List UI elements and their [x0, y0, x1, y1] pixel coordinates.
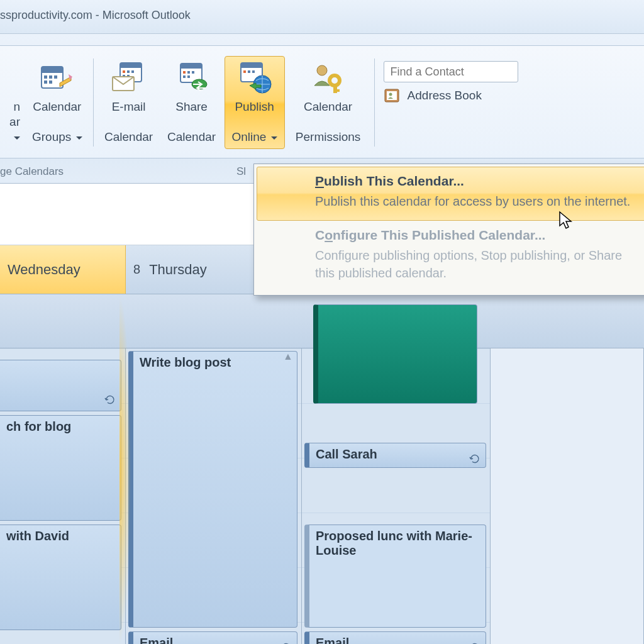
calendar-grid[interactable]: ▲ ch for blog with David Write blog post…	[0, 294, 644, 644]
share-calendar-icon	[174, 60, 209, 96]
email-calendar-button[interactable]: E-mail Calendar	[99, 56, 159, 149]
share-calendar-button[interactable]: Share Calendar	[162, 56, 222, 149]
appointment-email-fri[interactable]: Email	[304, 631, 486, 644]
svg-rect-26	[252, 70, 255, 73]
svg-rect-21	[187, 75, 190, 78]
calendar-permissions-button[interactable]: Calendar Permissions	[287, 56, 369, 149]
menu-desc-text: Configure publishing options, Stop publi…	[315, 247, 641, 282]
calendar-groups-icon	[40, 60, 75, 96]
label-line1: Calendar	[33, 99, 81, 114]
label-line1: Publish	[235, 99, 274, 114]
svg-rect-18	[187, 71, 190, 74]
group-label-share: Sl	[236, 165, 246, 178]
appointment-email[interactable]: Email	[128, 631, 297, 644]
appointment-title: Proposed lunc with Marie-Louise	[316, 529, 472, 557]
svg-rect-6	[49, 80, 52, 84]
address-book-label: Address Book	[408, 89, 482, 103]
scroll-up-indicator-icon: ▲	[283, 351, 293, 362]
appointment-with-david[interactable]: with David	[0, 525, 121, 630]
svg-point-28	[317, 65, 327, 75]
day-number: 8	[133, 262, 140, 277]
label-line2: Calendar	[104, 130, 153, 145]
address-book-button[interactable]: Address Book	[384, 84, 542, 108]
dropdown-arrow-icon	[271, 136, 277, 143]
ribbon: n ar Calendar Groups	[0, 34, 644, 184]
svg-rect-4	[54, 75, 57, 79]
svg-rect-16	[180, 64, 202, 69]
menu-item-publish-this-calendar[interactable]: PPublish This Calendar...ublish This Cal…	[257, 167, 644, 221]
svg-point-29	[330, 75, 340, 86]
label-line1: E-mail	[112, 99, 146, 114]
svg-rect-2	[44, 75, 47, 79]
svg-rect-1	[42, 67, 63, 73]
label-line2: ar	[9, 115, 20, 128]
appointment-write-blog-post[interactable]: Write blog post	[128, 351, 297, 628]
publish-online-button[interactable]: Publish Online	[225, 56, 285, 149]
dropdown-arrow-icon	[14, 136, 20, 143]
appointment-proposed-lunch[interactable]: Proposed lunc with Marie-Louise	[304, 525, 486, 628]
menu-desc-text: Publish this calendar for access by user…	[315, 192, 641, 210]
appointment[interactable]	[0, 360, 121, 411]
svg-point-34	[389, 93, 392, 96]
window-titlebar: ssproductivity.com - Microsoft Outlook	[0, 0, 644, 34]
open-calendar-button-partial[interactable]: n ar	[1, 56, 24, 149]
label-line1: n	[13, 100, 20, 113]
svg-rect-23	[241, 63, 262, 68]
svg-rect-17	[183, 71, 186, 74]
publish-online-menu: PPublish This Calendar...ublish This Cal…	[253, 164, 644, 296]
calendar-groups-button[interactable]: Calendar Groups	[26, 56, 88, 149]
label-line2: Calendar	[167, 130, 216, 145]
appointment-call-sarah[interactable]: Call Sarah	[304, 443, 486, 468]
group-label-manage-calendars: ge Calendars	[0, 165, 64, 178]
label-line2: Groups	[32, 130, 71, 143]
svg-rect-20	[183, 75, 186, 78]
label-line2: Permissions	[296, 130, 360, 145]
svg-rect-24	[243, 70, 246, 73]
label-line1: Calendar	[304, 99, 352, 114]
appointment-title: Write blog post	[140, 355, 231, 369]
appointment-title: ch for blog	[6, 419, 71, 433]
find-contact-input[interactable]	[384, 61, 518, 82]
email-calendar-icon	[111, 60, 147, 96]
day-label: Thursday	[149, 262, 207, 278]
address-book-icon	[384, 87, 402, 104]
appointment-breakfast-morning[interactable]: Breakfast Morning	[313, 304, 477, 404]
publish-online-icon	[237, 60, 272, 96]
svg-rect-9	[123, 70, 125, 73]
label-line2: Online	[231, 130, 266, 143]
appointment-title: with David	[6, 529, 69, 543]
svg-rect-8	[120, 63, 142, 68]
ribbon-separator	[93, 58, 94, 147]
svg-rect-19	[192, 71, 194, 74]
calendar-permissions-icon	[311, 60, 346, 96]
svg-rect-5	[44, 80, 47, 84]
svg-rect-11	[131, 70, 134, 73]
open-calendar-icon	[2, 60, 21, 96]
appointment-title: Call Sarah	[316, 447, 377, 461]
window-title: ssproductivity.com - Microsoft Outlook	[0, 9, 191, 21]
recurring-icon	[104, 394, 116, 406]
day-label: Wednesday	[8, 262, 80, 278]
svg-rect-25	[248, 70, 250, 73]
day-column-friday[interactable]: Breakfast Morning Call Sarah Proposed lu…	[302, 294, 491, 644]
appointment-title: Email	[316, 636, 349, 644]
svg-rect-3	[49, 75, 52, 79]
ribbon-separator	[374, 58, 375, 147]
find-group: Address Book	[379, 56, 542, 108]
dropdown-arrow-icon	[76, 136, 82, 143]
appointment-research-blog[interactable]: ch for blog	[0, 415, 121, 521]
recurring-icon	[469, 453, 480, 465]
day-header-wednesday[interactable]: Wednesday	[0, 245, 126, 294]
menu-item-configure-published-calendar: Configure This Published Calendar...Conf…	[257, 221, 644, 292]
svg-rect-31	[333, 89, 340, 92]
svg-rect-10	[127, 70, 130, 73]
label-line1: Share	[175, 99, 208, 114]
appointment-title: Email	[140, 636, 173, 644]
